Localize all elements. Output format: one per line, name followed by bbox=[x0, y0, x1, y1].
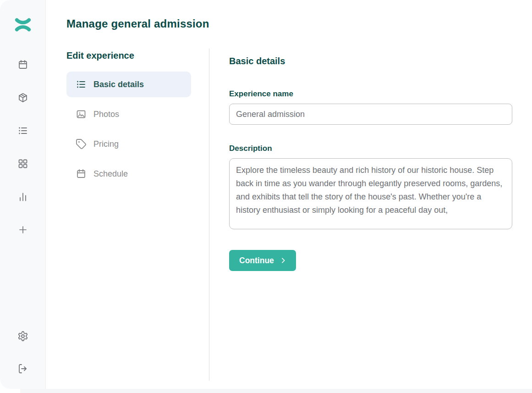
description-label: Description bbox=[229, 144, 512, 153]
logout-icon[interactable] bbox=[17, 363, 28, 374]
app-window: Manage general admission Edit experience… bbox=[0, 0, 532, 389]
nav-item-photos[interactable]: Photos bbox=[66, 101, 191, 127]
list-icon[interactable] bbox=[17, 125, 28, 136]
tag-icon bbox=[76, 138, 87, 149]
sidebar-nav-icons bbox=[17, 59, 28, 235]
experience-name-input[interactable] bbox=[229, 104, 512, 125]
nav-item-label: Pricing bbox=[93, 139, 119, 149]
gear-icon[interactable] bbox=[17, 331, 28, 342]
nav-heading: Edit experience bbox=[66, 50, 209, 61]
description-textarea[interactable]: Explore the timeless beauty and rich his… bbox=[229, 158, 512, 229]
plus-icon[interactable] bbox=[17, 224, 28, 235]
image-icon bbox=[76, 109, 87, 120]
basic-details-form: Basic details Experience name Descriptio… bbox=[209, 49, 512, 381]
content-row: Edit experience Basic details bbox=[66, 49, 532, 381]
nav-item-label: Photos bbox=[93, 110, 119, 119]
nav-list: Basic details Photos bbox=[66, 72, 209, 187]
window-bottom-edge bbox=[20, 389, 532, 393]
nav-item-schedule[interactable]: Schedule bbox=[66, 161, 191, 187]
sidebar-bottom-icons bbox=[17, 331, 28, 374]
form-heading: Basic details bbox=[229, 56, 512, 66]
nav-item-basic-details[interactable]: Basic details bbox=[66, 72, 191, 97]
list-icon bbox=[76, 79, 87, 90]
page-title: Manage general admission bbox=[66, 17, 532, 30]
chevron-right-icon bbox=[280, 257, 287, 264]
nav-item-label: Basic details bbox=[93, 80, 144, 89]
calendar-icon bbox=[76, 168, 87, 179]
continue-button-label: Continue bbox=[239, 256, 274, 266]
edit-experience-nav: Edit experience Basic details bbox=[66, 49, 209, 381]
continue-button[interactable]: Continue bbox=[229, 250, 296, 271]
main-area: Manage general admission Edit experience… bbox=[46, 0, 532, 389]
nav-item-label: Schedule bbox=[93, 169, 128, 179]
nav-item-pricing[interactable]: Pricing bbox=[66, 131, 191, 157]
bar-chart-icon[interactable] bbox=[17, 191, 28, 202]
experience-name-label: Experience name bbox=[229, 89, 512, 99]
grid-icon[interactable] bbox=[17, 158, 28, 169]
sidebar bbox=[0, 0, 46, 389]
package-icon[interactable] bbox=[17, 92, 28, 103]
xola-logo-icon[interactable] bbox=[14, 17, 32, 33]
calendar-icon[interactable] bbox=[17, 59, 28, 70]
